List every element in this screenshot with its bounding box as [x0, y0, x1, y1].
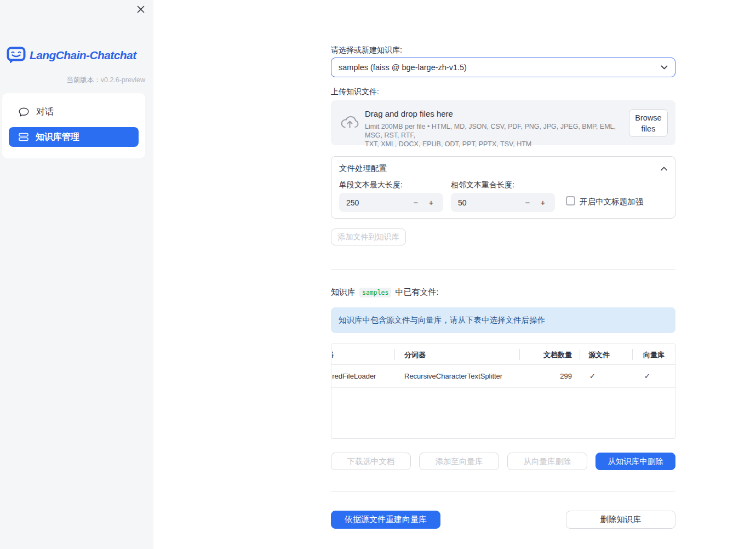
info-banner-text: 知识库中包含源文件与向量库，请从下表中选择文件后操作 — [339, 315, 545, 325]
add-to-vector-store-button[interactable]: 添加至向量库 — [419, 453, 499, 470]
chatchat-logo-icon — [7, 47, 26, 64]
divider — [331, 269, 675, 270]
kb-files-prefix: 知识库 — [331, 287, 356, 298]
chunk-size-label: 单段文本最大长度: — [339, 180, 403, 190]
version-label: 当前版本： — [66, 76, 101, 84]
download-selected-docs-button[interactable]: 下载选中文档 — [331, 453, 411, 470]
upload-label: 上传知识文件: — [331, 87, 675, 97]
column-separator — [580, 349, 580, 360]
column-header-vector-store[interactable]: 向量库 — [643, 350, 665, 360]
kb-selectbox[interactable]: samples (faiss @ bge-large-zh-v1.5) — [331, 58, 675, 77]
table-row[interactable]: uredFileLoader RecursiveCharacterTextSpl… — [331, 365, 675, 388]
kb-files-table[interactable]: 器 分词器 文档数量 源文件 向量库 uredFileLoader Recurs… — [331, 344, 675, 439]
chevron-up-icon — [661, 167, 667, 171]
column-header-loader[interactable]: 器 — [332, 350, 393, 360]
app-logo: LangChain-Chatchat — [7, 47, 136, 64]
version-value: v0.2.6-preview — [101, 76, 145, 84]
info-banner: 知识库中包含源文件与向量库，请从下表中选择文件后操作 — [331, 307, 675, 333]
cell-loader: uredFileLoader — [332, 372, 393, 380]
chinese-title-enhance-checkbox[interactable] — [566, 196, 575, 205]
dropzone-limit-line1: Limit 200MB per file • HTML, MD, JSON, C… — [365, 122, 628, 140]
dropzone-limits: Limit 200MB per file • HTML, MD, JSON, C… — [365, 122, 628, 148]
chat-bubble-icon — [19, 107, 29, 117]
cell-source-file-check: ✓ — [589, 372, 595, 380]
overlap-size-increment-button[interactable]: + — [535, 195, 551, 211]
version-line: 当前版本：v0.2.6-preview — [0, 76, 145, 85]
app-title: LangChain-Chatchat — [30, 49, 136, 62]
cell-vector-store-check: ✓ — [644, 372, 650, 380]
app-root: LangChain-Chatchat 当前版本：v0.2.6-preview 对… — [0, 0, 756, 549]
column-header-splitter[interactable]: 分词器 — [404, 350, 426, 360]
cloud-upload-icon — [340, 114, 359, 129]
overlap-size-input[interactable] — [451, 198, 520, 207]
kb-list-icon — [19, 133, 28, 141]
rebuild-vector-store-button[interactable]: 依据源文件重建向量库 — [331, 511, 440, 529]
delete-from-kb-button[interactable]: 从知识库中删除 — [595, 453, 675, 470]
kb-select-label: 请选择或新建知识库: — [331, 45, 675, 55]
column-header-doc-count[interactable]: 文档数量 — [519, 350, 572, 360]
column-separator — [394, 349, 395, 360]
kb-name-code: samples — [359, 288, 391, 298]
cell-splitter: RecursiveCharacterTextSplitter — [404, 372, 502, 380]
file-config-title: 文件处理配置 — [339, 163, 387, 174]
kb-files-heading: 知识库 samples 中已有文件: — [331, 287, 675, 298]
dropzone-title: Drag and drop files here — [365, 109, 628, 118]
sidebar: LangChain-Chatchat 当前版本：v0.2.6-preview 对… — [0, 0, 153, 549]
browse-files-button[interactable]: Browse files — [629, 109, 668, 137]
sidebar-close-button[interactable] — [135, 4, 147, 16]
overlap-size-stepper: − + — [451, 193, 555, 212]
cell-doc-count: 299 — [519, 372, 572, 380]
chunk-size-stepper: − + — [339, 193, 443, 212]
file-config-expander: 文件处理配置 单段文本最大长度: 相邻文本重合长度: − + − + 开启中文标… — [331, 156, 675, 219]
delete-from-vector-store-button[interactable]: 从向量库删除 — [507, 453, 587, 470]
kb-selectbox-value: samples (faiss @ bge-large-zh-v1.5) — [339, 63, 661, 72]
chunk-size-input[interactable] — [339, 198, 408, 207]
chunk-size-decrement-button[interactable]: − — [408, 195, 423, 211]
sidebar-menu: 对话 知识库管理 — [2, 93, 145, 158]
delete-kb-bottom-button[interactable]: 删除知识库 — [566, 511, 675, 529]
sidebar-item-kb-management[interactable]: 知识库管理 — [9, 127, 139, 147]
overlap-size-decrement-button[interactable]: − — [520, 195, 535, 211]
column-header-source-file[interactable]: 源文件 — [588, 350, 610, 360]
table-header-row: 器 分词器 文档数量 源文件 向量库 — [331, 344, 675, 365]
sidebar-item-label: 对话 — [36, 106, 54, 118]
file-dropzone[interactable]: Drag and drop files here Limit 200MB per… — [331, 100, 675, 145]
chunk-size-increment-button[interactable]: + — [423, 195, 439, 211]
dropzone-limit-line2: TXT, XML, DOCX, EPUB, ODT, PPT, PPTX, TS… — [365, 140, 628, 148]
kb-files-suffix: 中已有文件: — [395, 287, 438, 298]
chinese-title-enhance-label: 开启中文标题加强 — [580, 197, 643, 207]
column-separator — [632, 349, 633, 360]
column-separator — [519, 349, 520, 360]
divider — [331, 491, 675, 492]
close-icon — [136, 5, 145, 14]
sidebar-item-dialogue[interactable]: 对话 — [9, 102, 139, 122]
overlap-size-label: 相邻文本重合长度: — [451, 180, 514, 190]
dropzone-text: Drag and drop files here Limit 200MB per… — [365, 109, 628, 148]
sidebar-item-label: 知识库管理 — [36, 131, 79, 143]
chevron-down-icon — [661, 65, 668, 70]
add-files-to-kb-button[interactable]: 添加文件到知识库 — [331, 228, 406, 245]
expander-collapse-button[interactable] — [661, 164, 667, 173]
